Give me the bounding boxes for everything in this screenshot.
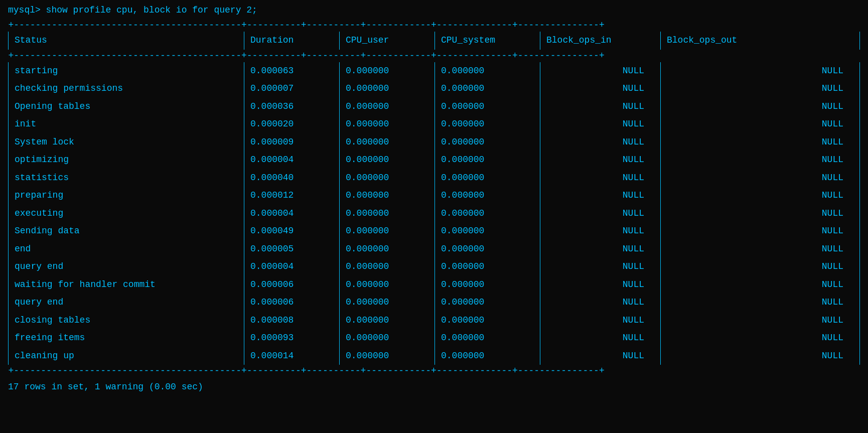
cell-status: executing [9,205,244,223]
table-row: executing0.0000040.0000000.000000NULLNUL… [9,205,860,223]
cell-cpu_system: 0.000000 [435,133,540,152]
cell-duration: 0.000004 [244,151,340,169]
cell-duration: 0.000012 [244,187,340,205]
cell-block_ops_in: NULL [540,62,661,80]
cell-block_ops_out: NULL [661,222,860,240]
cell-duration: 0.000006 [244,294,340,312]
cell-duration: 0.000006 [244,276,340,294]
cell-duration: 0.000008 [244,312,340,330]
cell-duration: 0.000093 [244,329,340,347]
cell-status: init [9,115,244,133]
cell-block_ops_out: NULL [661,276,860,294]
cell-cpu_user: 0.000000 [340,240,435,258]
cell-cpu_user: 0.000000 [340,133,435,152]
table-row: closing tables0.0000080.0000000.000000NU… [9,312,860,330]
command-line: mysql> show profile cpu, block io for qu… [8,5,860,15]
cell-block_ops_in: NULL [540,312,661,330]
cell-cpu_user: 0.000000 [340,205,435,223]
col-header-cpu-system: CPU_system [435,32,540,50]
table-row: end0.0000050.0000000.000000NULLNULL [9,240,860,258]
cell-block_ops_in: NULL [540,187,661,205]
table-row: init0.0000200.0000000.000000NULLNULL [9,115,860,133]
cell-duration: 0.000049 [244,222,340,240]
profile-table: +---------------------------------------… [8,19,860,378]
cell-cpu_user: 0.000000 [340,80,435,98]
cell-cpu_system: 0.000000 [435,222,540,240]
col-header-block-ops-out: Block_ops_out [661,32,860,50]
cell-duration: 0.000007 [244,80,340,98]
cell-block_ops_in: NULL [540,347,661,365]
cell-block_ops_in: NULL [540,169,661,187]
cell-cpu_user: 0.000000 [340,294,435,312]
table-row: checking permissions0.0000070.0000000.00… [9,80,860,98]
cell-block_ops_out: NULL [661,169,860,187]
cell-cpu_system: 0.000000 [435,294,540,312]
table-row: freeing items0.0000930.0000000.000000NUL… [9,329,860,347]
cell-cpu_system: 0.000000 [435,115,540,133]
cell-cpu_system: 0.000000 [435,169,540,187]
cell-block_ops_out: NULL [661,133,860,152]
cell-cpu_system: 0.000000 [435,276,540,294]
cell-cpu_user: 0.000000 [340,98,435,116]
cell-block_ops_out: NULL [661,80,860,98]
cell-cpu_system: 0.000000 [435,187,540,205]
cell-cpu_system: 0.000000 [435,329,540,347]
footer-text: 17 rows in set, 1 warning (0.00 sec) [8,382,860,392]
cell-block_ops_out: NULL [661,205,860,223]
cell-duration: 0.000004 [244,258,340,276]
table-row: Opening tables0.0000360.0000000.000000NU… [9,98,860,116]
cell-duration: 0.000014 [244,347,340,365]
col-header-block-ops-in: Block_ops_in [540,32,661,50]
cell-block_ops_out: NULL [661,329,860,347]
cell-cpu_user: 0.000000 [340,258,435,276]
cell-status: Opening tables [9,98,244,116]
cell-status: System lock [9,133,244,152]
header-border: +---------------------------------------… [9,50,860,62]
table-row: preparing0.0000120.0000000.000000NULLNUL… [9,187,860,205]
table-row: Sending data0.0000490.0000000.000000NULL… [9,222,860,240]
table-row: cleaning up0.0000140.0000000.000000NULLN… [9,347,860,365]
cell-block_ops_in: NULL [540,258,661,276]
col-header-status: Status [9,32,244,50]
cell-cpu_user: 0.000000 [340,222,435,240]
cell-cpu_system: 0.000000 [435,98,540,116]
cell-duration: 0.000036 [244,98,340,116]
cell-duration: 0.000040 [244,169,340,187]
cell-cpu_system: 0.000000 [435,240,540,258]
cell-block_ops_out: NULL [661,258,860,276]
cell-block_ops_in: NULL [540,240,661,258]
cell-status: query end [9,294,244,312]
cell-block_ops_in: NULL [540,98,661,116]
header-row: Status Duration CPU_user CPU_system Bloc… [9,32,860,50]
cell-duration: 0.000063 [244,62,340,80]
cell-status: statistics [9,169,244,187]
cell-block_ops_out: NULL [661,98,860,116]
cell-cpu_system: 0.000000 [435,205,540,223]
cell-cpu_system: 0.000000 [435,258,540,276]
cell-block_ops_out: NULL [661,240,860,258]
table-row: query end0.0000060.0000000.000000NULLNUL… [9,294,860,312]
cell-cpu_user: 0.000000 [340,347,435,365]
top-border: +---------------------------------------… [9,19,860,32]
cell-block_ops_in: NULL [540,133,661,152]
col-header-duration: Duration [244,32,340,50]
cell-block_ops_out: NULL [661,187,860,205]
cell-block_ops_out: NULL [661,294,860,312]
cell-cpu_user: 0.000000 [340,115,435,133]
cell-duration: 0.000004 [244,205,340,223]
cell-status: cleaning up [9,347,244,365]
table-row: waiting for handler commit0.0000060.0000… [9,276,860,294]
cell-block_ops_out: NULL [661,115,860,133]
cell-cpu_user: 0.000000 [340,151,435,169]
cell-cpu_system: 0.000000 [435,62,540,80]
table-row: System lock0.0000090.0000000.000000NULLN… [9,133,860,152]
col-header-cpu-user: CPU_user [340,32,435,50]
cell-block_ops_in: NULL [540,151,661,169]
cell-status: waiting for handler commit [9,276,244,294]
cell-block_ops_out: NULL [661,347,860,365]
cell-status: starting [9,62,244,80]
cell-cpu_user: 0.000000 [340,187,435,205]
cell-block_ops_in: NULL [540,276,661,294]
cell-block_ops_out: NULL [661,312,860,330]
cell-duration: 0.000005 [244,240,340,258]
